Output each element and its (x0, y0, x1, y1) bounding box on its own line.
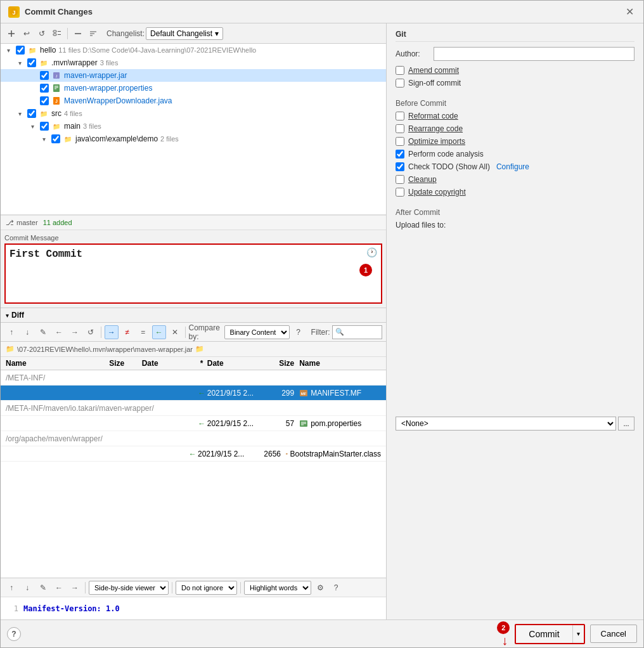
diff-up-button[interactable]: ↑ (4, 325, 18, 339)
diff-tree-button[interactable] (50, 27, 64, 41)
tree-item-mvn-wrapper[interactable]: ▾ 📁 .mvn\wrapper 3 files (1, 56, 386, 69)
author-input[interactable] (434, 47, 634, 61)
check-todo-label: Check TODO (Show All) (408, 162, 490, 171)
tree-item-src[interactable]: ▾ 📁 src 4 files (1, 107, 386, 120)
tree-item-main[interactable]: ▾ 📁 main 3 files (1, 120, 386, 133)
diff-refresh-button[interactable]: ↺ (84, 325, 98, 339)
collapse-all-button[interactable] (71, 27, 85, 41)
diff-toolbar: ↑ ↓ ✎ ← → ↺ → ≠ = ← ✕ Compare by: Binary… (1, 323, 386, 342)
svg-rect-14 (53, 84, 60, 92)
branch-icon: ⎇ (6, 219, 14, 227)
bottom-gear-button[interactable]: ⚙ (313, 581, 327, 595)
diff-not-equal-button[interactable]: ≠ (120, 325, 134, 339)
reformat-checkbox[interactable] (396, 112, 404, 120)
refresh-button[interactable]: ↺ (35, 27, 49, 41)
optimize-checkbox[interactable] (396, 137, 404, 146)
tree-checkbox-mvn[interactable] (27, 58, 36, 67)
sort-button[interactable] (86, 27, 100, 41)
cancel-button[interactable]: Cancel (590, 625, 637, 643)
tree-item-java-com[interactable]: ▾ 📁 java\com\example\demo 2 files (1, 133, 386, 145)
tree-item-hello[interactable]: ▾ 📁 hello 11 files D:\Some Code\04-Java-… (1, 44, 386, 56)
header-star: * (196, 359, 207, 368)
diff-right-arrow-button[interactable]: → (105, 325, 119, 339)
tree-checkbox-main[interactable] (40, 122, 49, 131)
app-icon: J (8, 6, 20, 18)
diff-row-manifest[interactable]: ← 2021/9/15 2... 299 MF MANIFEST.MF (1, 386, 386, 401)
ignore-select[interactable]: Do not ignore (176, 581, 237, 595)
before-commit-section-label: Before Commit (396, 99, 634, 108)
tree-checkbox-props[interactable] (40, 84, 49, 93)
help-button[interactable]: ? (7, 627, 21, 641)
tree-meta-java: 2 files (160, 135, 179, 143)
diff-left-arrow-button[interactable]: ← (152, 325, 166, 339)
diff-row-meta-inf[interactable]: /META-INF/ (1, 370, 386, 386)
tree-item-maven-wrapper-jar[interactable]: J maven-wrapper.jar (1, 69, 386, 82)
rearrange-checkbox[interactable] (396, 124, 404, 133)
diff-header[interactable]: ▾ Diff (1, 308, 386, 323)
filter-input[interactable]: 🔍 (332, 325, 382, 339)
tree-item-maven-wrapper-props[interactable]: maven-wrapper.properties (1, 82, 386, 94)
tree-checkbox-hello[interactable] (16, 46, 25, 55)
bottom-edit-button[interactable]: ✎ (36, 581, 50, 595)
java-icon: J (51, 96, 61, 106)
changelist-dropdown[interactable]: Default Changelist ▾ (146, 27, 223, 40)
sign-off-checkbox[interactable] (396, 79, 404, 87)
diff-down-button[interactable]: ↓ (20, 325, 34, 339)
left-folder-icon: 📁 (6, 345, 15, 353)
update-copyright-label: Update copyright (408, 188, 466, 197)
bootstrap-right-name-cell: .class BootstrapMainStarter.class (286, 450, 381, 458)
compare-by-select[interactable]: Binary Content (224, 325, 290, 339)
bottom-up-button[interactable]: ↑ (4, 581, 18, 595)
diff-row-meta-inf-maven[interactable]: /META-INF/maven/io.takari/maven-wrapper/ (1, 401, 386, 416)
diff-row-bootstrap[interactable]: ← 2021/9/15 2... 2656 .class BootstrapMa… (1, 446, 386, 462)
expand-all-button[interactable] (4, 27, 18, 41)
diff-question-button[interactable]: ? (292, 325, 306, 339)
perform-analysis-label: Perform code analysis (408, 150, 484, 159)
bottom-back-button[interactable]: ← (52, 581, 66, 595)
upload-select[interactable]: <None> (396, 417, 616, 431)
diff-x-button[interactable]: ✕ (168, 325, 182, 339)
undo-button[interactable]: ↩ (20, 27, 34, 41)
tree-checkbox-src[interactable] (27, 109, 36, 118)
amend-commit-checkbox[interactable] (396, 66, 404, 75)
commit-message-box[interactable]: First Commit 🕐 1 (4, 243, 382, 304)
added-count: 11 added (43, 219, 72, 226)
manifest-right-size: 299 (267, 389, 294, 398)
update-copyright-checkbox[interactable] (396, 188, 404, 197)
tree-checkbox-java[interactable] (51, 134, 60, 143)
close-button[interactable]: ✕ (623, 6, 636, 18)
bottom-question-button[interactable]: ? (329, 581, 343, 595)
upload-more-button[interactable]: ... (618, 417, 634, 431)
diff-equal-button[interactable]: = (136, 325, 150, 339)
tree-checkbox-jar[interactable] (40, 71, 49, 80)
tree-checkbox-downloader[interactable] (40, 96, 49, 105)
section-gap-2 (396, 200, 634, 208)
configure-link[interactable]: Configure (496, 162, 529, 171)
cleanup-checkbox[interactable] (396, 175, 404, 184)
badge-2: 2 (497, 621, 510, 634)
tree-name-jar: maven-wrapper.jar (64, 71, 127, 80)
commit-message-text[interactable]: First Commit (10, 249, 377, 260)
tree-item-maven-downloader[interactable]: J MavenWrapperDownloader.java (1, 94, 386, 107)
pom-right-name-cell: pom.properties (299, 419, 381, 428)
viewer-select[interactable]: Side-by-side viewer (89, 581, 169, 595)
commit-button[interactable]: Commit (516, 625, 572, 643)
diff-row-pom-props[interactable]: ← 2021/9/15 2... 57 pom.properties (1, 416, 386, 431)
branch-info: ⎇ master (6, 219, 38, 227)
bottom-forward-button[interactable]: → (68, 581, 82, 595)
diff-edit-button[interactable]: ✎ (36, 325, 50, 339)
diff-back-button[interactable]: ← (52, 325, 66, 339)
amend-commit-label: Amend commit (408, 66, 459, 75)
svg-text:MF: MF (301, 392, 307, 396)
header-right-size: Size (262, 359, 295, 368)
perform-analysis-checkbox[interactable] (396, 150, 404, 159)
bottom-down-button[interactable]: ↓ (20, 581, 34, 595)
diff-row-org-apache[interactable]: /org/apache/maven/wrapper/ (1, 431, 386, 446)
commit-dropdown-button[interactable]: ▾ (573, 626, 584, 641)
check-todo-checkbox[interactable] (396, 162, 404, 171)
tree-arrow-mvn: ▾ (18, 60, 27, 67)
changelist-value: Default Changelist (150, 29, 212, 38)
title-bar: J Commit Changes ✕ (1, 1, 643, 23)
highlight-select[interactable]: Highlight words (244, 581, 311, 595)
diff-forward-button[interactable]: → (68, 325, 82, 339)
